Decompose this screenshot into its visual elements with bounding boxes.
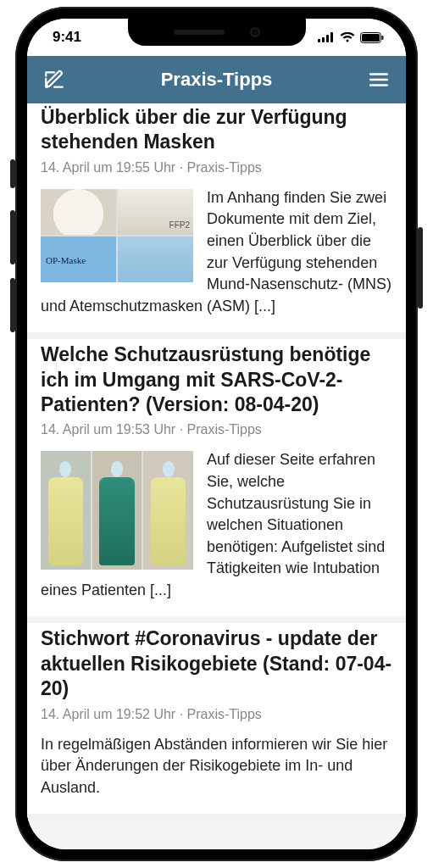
post-body: Im Anhang finden Sie zwei Dokumente mit …: [41, 187, 392, 317]
svg-rect-6: [382, 36, 384, 40]
phone-frame: 9:41: [15, 7, 418, 861]
side-button-power: [418, 227, 423, 309]
post[interactable]: Welche Schutzausrüstung benötige ich im …: [27, 339, 406, 623]
navbar: Praxis-Tipps: [27, 56, 406, 103]
svg-rect-3: [330, 32, 333, 42]
cellular-icon: [318, 32, 335, 42]
status-time: 9:41: [53, 29, 81, 46]
speaker-slot: [174, 30, 225, 35]
post-title: Welche Schutzausrüstung benötige ich im …: [41, 342, 392, 417]
hamburger-icon: [368, 69, 390, 91]
thumbnail-tile: [118, 189, 193, 235]
post-thumbnail: [41, 189, 193, 282]
post-body: Auf dieser Seite erfahren Sie, welche Sc…: [41, 449, 392, 601]
post-excerpt: In regelmäßigen Abständen informieren wi…: [41, 736, 387, 796]
svg-rect-1: [322, 37, 325, 42]
front-camera: [250, 27, 260, 37]
compose-button[interactable]: [41, 66, 68, 93]
menu-button[interactable]: [365, 66, 392, 93]
post[interactable]: Überblick über die zur Verfügung stehend…: [27, 103, 406, 339]
status-indicators: [318, 32, 384, 43]
post-thumbnail: [41, 451, 193, 570]
post-title: Überblick über die zur Verfügung stehend…: [41, 105, 392, 155]
battery-icon: [360, 32, 384, 43]
side-button-volume-down: [10, 278, 15, 332]
side-button-silence: [10, 159, 15, 188]
post-body: In regelmäßigen Abständen informieren wi…: [41, 734, 392, 799]
feed[interactable]: Überblick über die zur Verfügung stehend…: [27, 103, 406, 849]
screen: 9:41: [27, 19, 406, 849]
svg-rect-5: [362, 34, 380, 42]
post-meta: 14. April um 19:53 Uhr · Praxis-Tipps: [41, 422, 392, 437]
post-meta: 14. April um 19:52 Uhr · Praxis-Tipps: [41, 707, 392, 722]
post[interactable]: Stichwort #Coronavirus - update der aktu…: [27, 623, 406, 821]
svg-rect-0: [318, 39, 320, 42]
svg-rect-2: [326, 35, 329, 42]
post-title: Stichwort #Coronavirus - update der aktu…: [41, 626, 392, 701]
thumbnail-tile: [143, 451, 193, 570]
navbar-title: Praxis-Tipps: [161, 69, 273, 91]
side-button-volume-up: [10, 210, 15, 264]
compose-icon: [43, 69, 65, 91]
thumbnail-tile: [41, 236, 116, 282]
thumbnail-tile: [118, 236, 193, 282]
notch: [128, 19, 306, 46]
thumbnail-tile: [41, 189, 116, 235]
post-meta: 14. April um 19:55 Uhr · Praxis-Tipps: [41, 160, 392, 175]
wifi-icon: [340, 32, 355, 42]
thumbnail-tile: [41, 451, 91, 570]
thumbnail-tile: [92, 451, 142, 570]
